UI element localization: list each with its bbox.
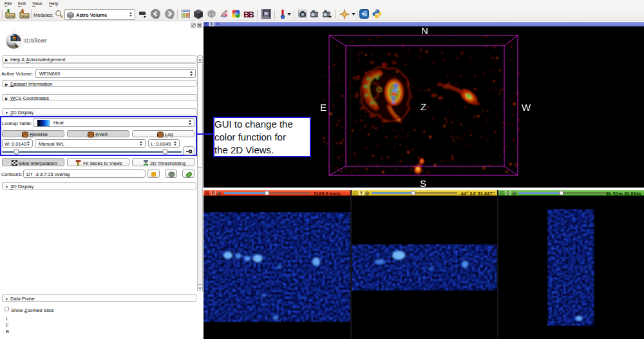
svg-text:N: N (421, 26, 428, 36)
svg-text:Z: Z (421, 101, 426, 112)
svg-text:E: E (320, 102, 327, 113)
svg-text:SAVE: SAVE (21, 15, 28, 18)
svg-text:DATA: DATA (6, 15, 14, 18)
svg-text:W: W (522, 102, 531, 113)
svg-text:S: S (420, 178, 426, 188)
